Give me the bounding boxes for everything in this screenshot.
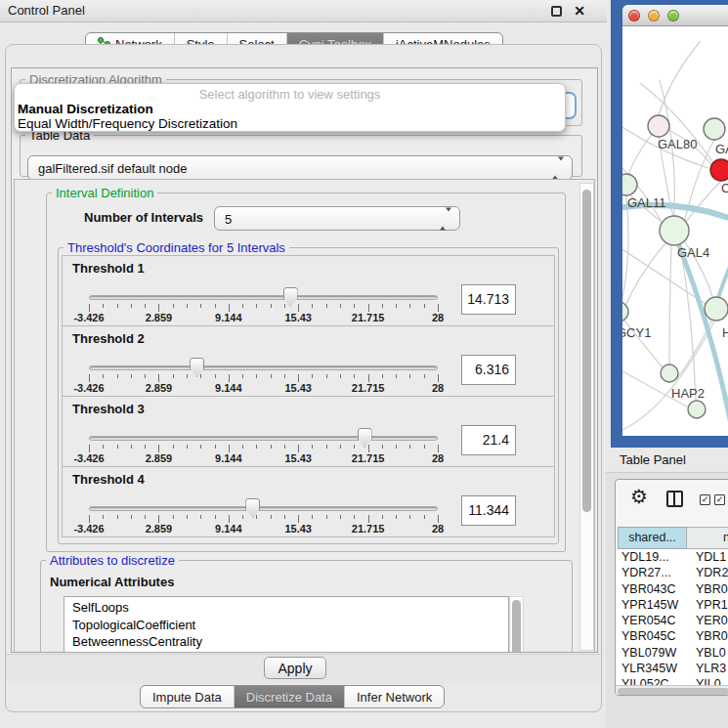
threshold-value-field[interactable]: 6.316 bbox=[461, 355, 516, 385]
tick-mark bbox=[187, 445, 188, 449]
tick-mark bbox=[271, 445, 272, 449]
table-row[interactable]: YLR345WYLR3 bbox=[616, 661, 728, 676]
tab-infer-network[interactable]: Infer Network bbox=[344, 686, 444, 707]
column-header-name[interactable]: na bbox=[686, 527, 728, 549]
slider-track[interactable] bbox=[89, 506, 438, 511]
tab-impute-data[interactable]: Impute Data bbox=[141, 686, 234, 707]
control-panel-titlebar: Control Panel ✕ bbox=[0, 0, 607, 22]
table-data-combobox[interactable]: galFiltered.sif default node bbox=[27, 155, 573, 181]
slider-thumb[interactable] bbox=[358, 428, 372, 448]
attribute-item[interactable]: BetweennessCentrality bbox=[72, 633, 508, 651]
threshold-value-field[interactable]: 21.4 bbox=[461, 425, 516, 455]
table-row[interactable]: YDL19...YDL1 bbox=[616, 549, 728, 565]
tick-label: 28 bbox=[432, 523, 444, 535]
attributes-group-title: Attributes to discretize bbox=[46, 553, 179, 568]
algorithm-option[interactable]: Equal Width/Frequency Discretization bbox=[15, 116, 565, 131]
table-row[interactable]: YIL052CYIL0 bbox=[616, 676, 728, 685]
tick-mark bbox=[131, 304, 132, 308]
network-node[interactable] bbox=[622, 174, 637, 195]
slider-thumb[interactable] bbox=[245, 498, 260, 518]
minimize-traffic-light-button[interactable] bbox=[648, 10, 660, 21]
network-node[interactable] bbox=[622, 302, 628, 321]
numerical-attributes-list[interactable]: SelfLoopsTopologicalCoefficientBetweenne… bbox=[64, 596, 509, 653]
table-row[interactable]: YDR27...YDR2 bbox=[616, 565, 728, 580]
network-edge-thick[interactable] bbox=[718, 256, 728, 298]
table-hscrollbar[interactable] bbox=[616, 685, 728, 695]
tab-label: Discretize Data bbox=[246, 686, 332, 708]
close-icon[interactable]: ✕ bbox=[574, 0, 585, 21]
tick-mark bbox=[89, 515, 90, 523]
gear-icon[interactable]: ⚙ bbox=[630, 485, 648, 508]
network-node[interactable] bbox=[660, 216, 689, 245]
table-row[interactable]: YER054CYER0 bbox=[616, 613, 728, 628]
number-of-intervals-combobox[interactable]: 5 bbox=[214, 206, 460, 231]
tick-label: -3.426 bbox=[73, 382, 104, 394]
tick-mark bbox=[368, 374, 369, 382]
attributes-scrollbar[interactable] bbox=[509, 596, 524, 653]
tick-mark bbox=[256, 515, 257, 519]
network-window-titlebar[interactable] bbox=[622, 5, 728, 26]
network-edge[interactable] bbox=[624, 243, 665, 308]
column-header-shared-name[interactable]: shared... bbox=[618, 527, 687, 549]
slider-thumb[interactable] bbox=[190, 358, 204, 377]
cell-name: YBL0 bbox=[696, 645, 726, 661]
attribute-item[interactable]: TopologicalCoefficient bbox=[72, 617, 508, 634]
slider-track[interactable] bbox=[89, 436, 438, 441]
table-row[interactable]: YBR043CYBR0 bbox=[616, 581, 728, 597]
tick-label: -3.426 bbox=[73, 452, 104, 464]
number-of-intervals-value: 5 bbox=[225, 211, 232, 226]
network-edge[interactable] bbox=[669, 245, 671, 364]
table-hscrollbar-thumb[interactable] bbox=[618, 688, 728, 695]
tick-mark bbox=[298, 515, 299, 523]
apply-button[interactable]: Apply bbox=[264, 657, 326, 679]
algorithm-option[interactable]: Manual Discretization bbox=[15, 102, 565, 116]
network-node[interactable] bbox=[704, 118, 725, 140]
tick-mark bbox=[284, 304, 285, 308]
network-edge[interactable] bbox=[628, 134, 652, 175]
checkbox-icon[interactable]: ✓ bbox=[700, 494, 710, 505]
slider-track[interactable] bbox=[89, 295, 438, 300]
tick-mark bbox=[242, 445, 243, 449]
network-canvas[interactable]: GAL80GAGAL11CGAL4GCY1HHAP2 bbox=[622, 26, 728, 436]
network-node[interactable] bbox=[648, 115, 669, 137]
tab-discretize-data[interactable]: Discretize Data bbox=[234, 686, 344, 707]
tick-mark bbox=[145, 374, 146, 378]
tick-mark bbox=[117, 515, 118, 519]
zoom-traffic-light-button[interactable] bbox=[667, 10, 679, 21]
tick-mark bbox=[229, 515, 230, 523]
network-node[interactable] bbox=[661, 364, 678, 382]
network-node[interactable] bbox=[688, 401, 706, 418]
settings-scrollbar[interactable] bbox=[579, 183, 594, 651]
table-row[interactable]: YPR145WYPR1 bbox=[616, 597, 728, 613]
cell-shared-name: YBL079W bbox=[621, 645, 676, 661]
table-rows: YDL19...YDL1YDR27...YDR2YBR043CYBR0YPR14… bbox=[616, 549, 728, 685]
tick-mark bbox=[354, 515, 355, 519]
threshold-row: Threshold 3-3.4262.8599.14415.4321.71528… bbox=[62, 396, 555, 467]
close-traffic-light-button[interactable] bbox=[628, 10, 640, 21]
tick-mark bbox=[242, 304, 243, 308]
network-edge-thick[interactable] bbox=[678, 243, 728, 429]
threshold-value-field[interactable]: 11.344 bbox=[461, 495, 516, 526]
settings-scrollbar-thumb[interactable] bbox=[582, 190, 591, 512]
algorithm-settings-box: Interval Definition Number of Intervals … bbox=[14, 179, 595, 653]
attributes-scrollbar-thumb[interactable] bbox=[512, 600, 521, 653]
tick-mark bbox=[396, 374, 397, 378]
cell-name: YIL0 bbox=[696, 676, 721, 685]
network-node[interactable] bbox=[710, 159, 728, 181]
checkbox-icon[interactable]: ✓ bbox=[714, 494, 725, 505]
tick-mark bbox=[396, 515, 397, 519]
slider-track[interactable] bbox=[89, 365, 438, 370]
table-row[interactable]: YBL079WYBL0 bbox=[616, 645, 728, 661]
tick-mark bbox=[424, 445, 425, 449]
network-node[interactable] bbox=[705, 297, 728, 321]
threshold-value-field[interactable]: 14.713 bbox=[461, 284, 516, 315]
threshold-label: Threshold 4 bbox=[72, 472, 145, 487]
attribute-item[interactable]: SelfLoops bbox=[72, 599, 508, 617]
columns-icon[interactable] bbox=[666, 491, 683, 507]
cell-name: YLR3 bbox=[696, 661, 726, 676]
float-window-icon[interactable] bbox=[551, 6, 562, 17]
table-row[interactable]: YBR045CYBR0 bbox=[616, 628, 728, 644]
tick-mark bbox=[103, 304, 104, 308]
tick-mark bbox=[271, 304, 272, 308]
tick-mark bbox=[382, 515, 383, 519]
